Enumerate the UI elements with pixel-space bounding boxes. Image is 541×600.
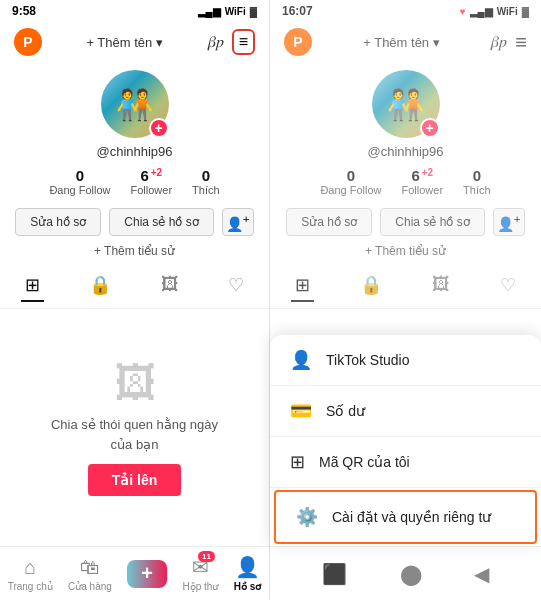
left-nav-inbox[interactable]: ✉ 11 Hộp thư [183,555,219,592]
wifi-icon: WiFi [225,6,246,17]
left-nav-add[interactable]: + [127,560,167,588]
inbox-badge: 11 [198,551,215,562]
left-share-profile-btn[interactable]: Chia sẻ hồ sơ [109,208,213,236]
left-nav-shop[interactable]: 🛍 Cửa hàng [68,556,112,592]
left-status-icons: ▂▄▆ WiFi ▓ [198,6,257,17]
battery-icon: ▓ [250,6,257,17]
left-add-name-btn[interactable]: + Thêm tên ▾ [86,35,163,50]
wallet-icon: 💳 [290,400,312,422]
right-nav-circle[interactable]: ⬤ [400,562,422,586]
left-stat-follower[interactable]: 6 +2 Follower [131,167,173,196]
right-nav-square[interactable]: ⬛ [322,562,347,586]
chevron-down-icon: ▾ [156,35,163,50]
left-tab-heart[interactable]: ♡ [224,270,248,302]
dropdown-tiktok-studio[interactable]: 👤 TikTok Studio [270,335,541,386]
left-nav-profile[interactable]: 👤 Hồ sơ [234,555,262,592]
left-edit-profile-btn[interactable]: Sửa hồ sơ [15,208,101,236]
left-tab-grid[interactable]: ⊞ [21,270,44,302]
left-time: 9:58 [12,4,36,18]
profile-nav-icon: 👤 [235,555,260,579]
left-upload-btn[interactable]: Tải lên [88,464,182,496]
hamburger-menu-btn[interactable]: ≡ [232,29,255,55]
left-action-buttons: Sửa hồ sơ Chia sẻ hồ sơ 👤+ [15,208,253,236]
settings-gear-icon: ⚙️ [296,506,318,528]
left-status-bar: 9:58 ▂▄▆ WiFi ▓ [0,0,269,22]
left-tab-row: ⊞ 🔒 🖼 ♡ [0,264,269,309]
left-logo[interactable]: P [14,28,42,56]
left-bio-link[interactable]: + Thêm tiểu sử [94,244,175,258]
left-nav-home[interactable]: ⌂ Trang chủ [8,556,53,592]
left-tab-image[interactable]: 🖼 [157,270,183,302]
circle-icon: ⬤ [400,562,422,586]
person-icon[interactable]: 𝛽𝑝 [208,33,224,51]
back-arrow-icon: ◀ [474,562,489,586]
right-nav-back[interactable]: ◀ [474,562,489,586]
left-stat-following[interactable]: 0 Đang Follow [49,167,110,196]
shop-icon: 🛍 [80,556,100,579]
right-bottom-nav: ⬛ ⬤ ◀ [270,546,541,600]
left-upload-text: Chia sẻ thói quen hằng ngàycủa bạn [51,415,218,454]
left-tab-lock[interactable]: 🔒 [85,270,115,302]
home-icon: ⌂ [24,556,36,579]
dropdown-balance[interactable]: 💳 Số dư [270,386,541,437]
left-stat-likes[interactable]: 0 Thích [192,167,220,196]
add-post-icon: + [127,560,167,588]
left-profile-section: 🧑‍🤝‍🧑 + @chinhhip96 0 Đang Follow 6 +2 F… [0,62,269,264]
square-icon: ⬛ [322,562,347,586]
left-panel: 9:58 ▂▄▆ WiFi ▓ P + Thêm tên ▾ 𝛽𝑝 ≡ 🧑‍🤝‍… [0,0,270,600]
person-silhouette-icon: 👤 [290,349,312,371]
left-bottom-nav: ⌂ Trang chủ 🛍 Cửa hàng + ✉ 11 Hộp thư 👤 … [0,546,269,600]
left-add-user-btn[interactable]: 👤+ [222,208,254,236]
dropdown-settings[interactable]: ⚙️ Cài đặt và quyền riêng tư [274,490,537,544]
inbox-badge-wrap: ✉ 11 [192,555,209,579]
left-username: @chinhhip96 [96,144,172,159]
add-user-icon: 👤+ [226,212,250,232]
left-avatar-wrap: 🧑‍🤝‍🧑 + [101,70,169,138]
right-panel: 16:07 ♥ ▂▄▆ WiFi ▓ P + Thêm tên ▾ 𝛽𝑝 ≡ 🧑… [270,0,541,600]
hamburger-icon: ≡ [239,33,248,51]
qr-code-icon: ⊞ [290,451,305,473]
left-upload-icon: 🖼 [114,359,156,407]
right-dropdown-menu: 👤 TikTok Studio 💳 Số dư ⊞ Mã QR của tôi … [270,335,541,546]
left-avatar-plus-btn[interactable]: + [149,118,169,138]
left-content-area: 🖼 Chia sẻ thói quen hằng ngàycủa bạn Tải… [0,309,269,546]
dropdown-qr[interactable]: ⊞ Mã QR của tôi [270,437,541,488]
left-stats-row: 0 Đang Follow 6 +2 Follower 0 Thích [49,167,219,196]
left-top-bar: P + Thêm tên ▾ 𝛽𝑝 ≡ [0,22,269,62]
signal-icon: ▂▄▆ [198,6,221,17]
left-top-icons: 𝛽𝑝 ≡ [208,29,255,55]
